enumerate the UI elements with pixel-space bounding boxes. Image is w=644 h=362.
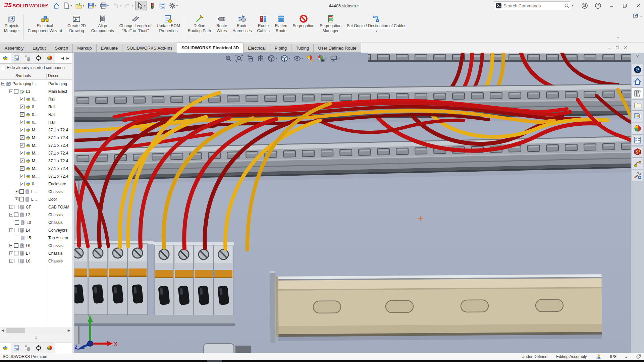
help-button[interactable]: ? <box>592 0 604 11</box>
document-close-button[interactable] <box>623 45 628 51</box>
panel-tab-target[interactable] <box>33 53 44 63</box>
tree-row[interactable]: ✓M...37.1 x 72.4 <box>0 172 72 180</box>
visibility-checkbox[interactable]: ✓ <box>20 97 24 101</box>
tab-electrical[interactable]: Electrical <box>243 44 270 53</box>
tree-row[interactable]: +Packaging I...Packaging <box>0 80 72 87</box>
new-document-button[interactable]: ▾ <box>62 1 73 10</box>
set-origin-destination-button[interactable]: Set Origin / Destination of Cables▾ <box>344 12 409 34</box>
update-bom-properties-button[interactable]: Update BOMProperties <box>154 12 182 34</box>
3dexperience-tab[interactable] <box>632 64 643 75</box>
panel-horizontal-scrollbar[interactable]: ◀ ▶ <box>0 327 72 334</box>
tree-row[interactable]: +L...Door <box>0 195 72 203</box>
search-dropdown-caret[interactable]: ▾ <box>572 4 574 7</box>
scroll-right-arrow-icon[interactable]: ▶ <box>66 56 69 60</box>
zoom-to-area-button[interactable] <box>235 54 244 63</box>
visibility-checkbox[interactable] <box>14 213 18 217</box>
tree-row[interactable]: +L4Conveyors <box>0 226 72 234</box>
tree-row[interactable]: +L7Chassis <box>0 249 72 257</box>
visibility-checkbox[interactable]: ✓ <box>20 112 24 117</box>
visibility-checkbox[interactable]: ✓ <box>20 151 24 155</box>
visibility-checkbox[interactable]: ✓ <box>20 105 24 109</box>
edit-appearance-button[interactable] <box>306 54 315 63</box>
tree-row[interactable]: +L6Chassis <box>0 242 72 249</box>
route-harnesses-button[interactable]: RouteHarnesses <box>230 12 254 34</box>
appearances-tab[interactable] <box>632 123 643 134</box>
route-cables-button[interactable]: RouteCables <box>254 12 272 34</box>
section-view-button[interactable] <box>256 54 265 63</box>
tree-row[interactable]: ✓M...37.1 x 72.4 <box>0 126 72 134</box>
search-commands-box[interactable]: ▾ <box>494 1 570 10</box>
zoom-to-fit-button[interactable] <box>224 54 233 63</box>
graphics-viewport[interactable]: Y X Z ▾▾▾▾▾ <box>74 53 631 353</box>
expand-toggle[interactable]: + <box>9 251 13 255</box>
tab-tubing[interactable]: Tubing <box>291 44 314 53</box>
home-button[interactable] <box>52 1 61 10</box>
panel-viewport-splitter[interactable] <box>72 53 74 353</box>
document-minimize-button[interactable] <box>607 45 612 51</box>
restore-button[interactable] <box>619 0 631 11</box>
circuit-breakers[interactable] <box>74 241 235 326</box>
segregation-manager-button[interactable]: SegregationManager <box>317 12 344 34</box>
view-palette-tab[interactable] <box>632 111 643 122</box>
chevron-down-icon[interactable]: ⌄ <box>640 14 643 18</box>
electrical-component-wizard-button[interactable]: ElectricalComponent Wizard <box>25 12 65 34</box>
performance-warning-icon[interactable] <box>596 354 601 360</box>
hide-inserted-checkbox[interactable] <box>1 66 5 70</box>
units-selector[interactable]: IPS <box>610 354 616 359</box>
panel-tab-part[interactable] <box>0 53 11 63</box>
dropdown-caret-icon[interactable]: ▾ <box>325 57 327 60</box>
scroll-left-arrow-icon[interactable]: ◀ <box>61 56 64 60</box>
visibility-checkbox[interactable] <box>19 197 24 201</box>
tree-row[interactable]: L5Top Assem <box>0 234 72 242</box>
symbols-column-header[interactable]: Symbols <box>0 73 47 78</box>
design-checker-tab[interactable] <box>632 170 643 181</box>
route-wires-button[interactable]: RouteWires <box>214 12 230 34</box>
description-column-header[interactable]: Descr <box>47 73 72 78</box>
undo-button[interactable]: ▾ <box>111 1 122 10</box>
open-button[interactable]: ▾ <box>74 1 86 10</box>
dropdown-caret-icon[interactable]: ▾ <box>376 29 377 33</box>
visibility-checkbox[interactable]: ✓ <box>20 135 24 140</box>
solidworks-electrical-tab[interactable]: S <box>632 146 643 158</box>
save-button[interactable]: ▾ <box>86 1 98 10</box>
tab-assembly[interactable]: Assembly <box>0 44 28 53</box>
visibility-checkbox[interactable]: ✓ <box>20 174 24 178</box>
visibility-checkbox[interactable] <box>14 228 18 232</box>
file-explorer-tab[interactable] <box>632 99 643 111</box>
create-2d-drawing-button[interactable]: Create 2DDrawing <box>65 12 89 34</box>
tree-row[interactable]: +L2Chassis <box>0 211 72 219</box>
tab-sketch[interactable]: Sketch <box>50 44 73 53</box>
dropdown-caret-icon[interactable]: ▾ <box>144 4 146 7</box>
expand-toggle[interactable]: + <box>1 82 5 85</box>
tree-row[interactable]: +L8Chassis <box>0 257 72 265</box>
segregation-button[interactable]: Segregation <box>290 12 317 29</box>
select-button[interactable]: ▾ <box>135 1 147 10</box>
view-settings-button[interactable]: ▾ <box>329 54 340 63</box>
hide-show-items-button[interactable]: ▾ <box>293 54 304 63</box>
panel-tab-hierarchy[interactable] <box>22 53 33 63</box>
panel-tab-ball[interactable] <box>44 343 55 353</box>
expand-toggle[interactable]: + <box>15 190 18 193</box>
visibility-checkbox[interactable]: ✓ <box>20 120 24 124</box>
panel-tab-ball[interactable] <box>44 53 55 63</box>
apply-scene-button[interactable]: ▾ <box>317 54 328 63</box>
tree-row[interactable]: ✓M...37.1 x 72.4 <box>0 165 72 172</box>
panel-tab-list[interactable] <box>11 343 22 353</box>
visibility-checkbox[interactable] <box>14 89 18 94</box>
minimize-button[interactable] <box>606 0 617 11</box>
collapse-toggle[interactable]: − <box>9 89 13 93</box>
visibility-checkbox[interactable]: ✓ <box>20 182 24 186</box>
tree-row[interactable]: ✓M...37.1 x 72.4 <box>0 134 72 141</box>
component-tree[interactable]: +Packaging I...Packaging−L1Main Elect✓0.… <box>0 80 72 327</box>
expand-toggle[interactable]: + <box>9 205 13 209</box>
flatten-route-button[interactable]: FlattenRoute <box>272 12 290 34</box>
visibility-checkbox[interactable] <box>14 251 18 255</box>
scroll-left-arrow-icon[interactable]: ◀ <box>0 328 6 332</box>
panel-splitter-handle[interactable] <box>0 334 72 342</box>
change-length-button[interactable]: Change Length of"Rail" or "Duct" <box>117 12 154 34</box>
custom-properties-tab[interactable] <box>632 134 643 146</box>
units-caret-icon[interactable]: ▴ <box>625 355 627 359</box>
tree-row[interactable]: ✓M...37.1 x 72.4 <box>0 141 72 149</box>
dropdown-caret-icon[interactable]: ▾ <box>95 4 97 7</box>
panel-tab-part[interactable] <box>0 343 11 353</box>
